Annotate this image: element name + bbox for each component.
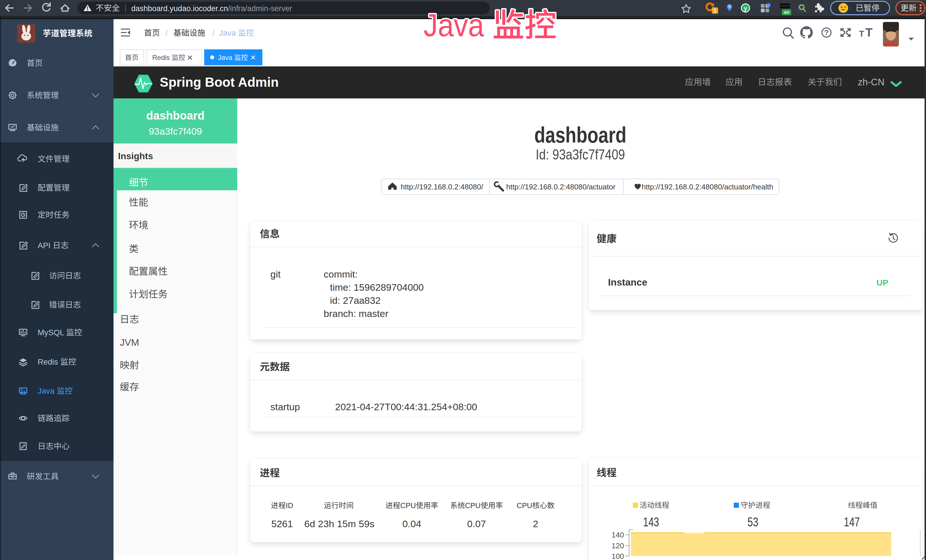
svg-text:Instance: Instance [608, 277, 648, 288]
svg-text:zh-CN: zh-CN [858, 77, 885, 87]
svg-text:93a3fc7f409: 93a3fc7f409 [148, 126, 202, 137]
svg-text:Java: Java [219, 29, 236, 37]
svg-text:startup: startup [270, 401, 300, 412]
svg-text:id: 27aa832: id: 27aa832 [330, 295, 381, 306]
svg-text:100: 100 [612, 552, 624, 560]
svg-text:dashboard: dashboard [534, 123, 626, 147]
svg-text:Redis: Redis [152, 54, 170, 61]
svg-text:0.07: 0.07 [467, 518, 486, 529]
svg-text:on: on [784, 10, 789, 15]
svg-text:MySQL: MySQL [38, 328, 64, 337]
svg-text:147: 147 [844, 515, 860, 529]
svg-text:Java: Java [218, 54, 232, 61]
svg-text:CPU: CPU [465, 501, 481, 510]
svg-text:?: ? [824, 28, 829, 37]
svg-text:http://192.168.0.2:48080/: http://192.168.0.2:48080/ [401, 183, 483, 191]
svg-text:UP: UP [876, 278, 888, 287]
svg-text:ID: ID [286, 501, 293, 510]
svg-text:JVM: JVM [120, 337, 139, 348]
svg-text:Java: Java [424, 8, 484, 43]
svg-text:5261: 5261 [271, 518, 293, 529]
svg-text:2: 2 [533, 518, 539, 529]
svg-text:/infra/admin-server: /infra/admin-server [228, 4, 292, 13]
svg-text:commit:: commit: [324, 269, 358, 280]
svg-text:Spring Boot Admin: Spring Boot Admin [160, 75, 278, 89]
svg-text:Id: 93a3fc7f7409: Id: 93a3fc7f7409 [536, 147, 625, 163]
svg-text:2021-04-27T00:44:31.254+08:00: 2021-04-27T00:44:31.254+08:00 [335, 401, 477, 412]
svg-text:CPU: CPU [517, 501, 533, 510]
svg-text:dashboard.yudao.iocoder.cn: dashboard.yudao.iocoder.cn [131, 4, 228, 13]
svg-text:143: 143 [643, 515, 659, 529]
svg-text:Insights: Insights [118, 151, 153, 161]
svg-text:T: T [865, 26, 873, 39]
svg-text:/: / [165, 29, 168, 37]
svg-text:T: T [859, 29, 864, 38]
svg-text:y: y [744, 5, 747, 11]
svg-text:dashboard: dashboard [146, 109, 204, 122]
svg-text:140: 140 [612, 531, 624, 539]
svg-text:6d 23h 15m 59s: 6d 23h 15m 59s [304, 518, 374, 529]
svg-text:/: / [212, 29, 215, 37]
svg-text:0.04: 0.04 [402, 518, 421, 529]
svg-text:http://192.168.0.2:48080/actua: http://192.168.0.2:48080/actuator [506, 183, 616, 191]
svg-text:git: git [270, 269, 281, 280]
svg-text:http://192.168.0.2:48080/actua: http://192.168.0.2:48080/actuator/health [642, 183, 773, 191]
svg-text:1: 1 [714, 8, 716, 14]
svg-text:120: 120 [612, 542, 624, 550]
svg-text:CPU: CPU [400, 501, 416, 510]
svg-text:Java: Java [38, 387, 55, 395]
svg-text:API: API [38, 241, 50, 250]
svg-text:Redis: Redis [38, 357, 58, 366]
svg-text:53: 53 [747, 515, 758, 529]
svg-text:time: 1596289704000: time: 1596289704000 [330, 282, 424, 293]
svg-text:branch: master: branch: master [324, 308, 389, 319]
